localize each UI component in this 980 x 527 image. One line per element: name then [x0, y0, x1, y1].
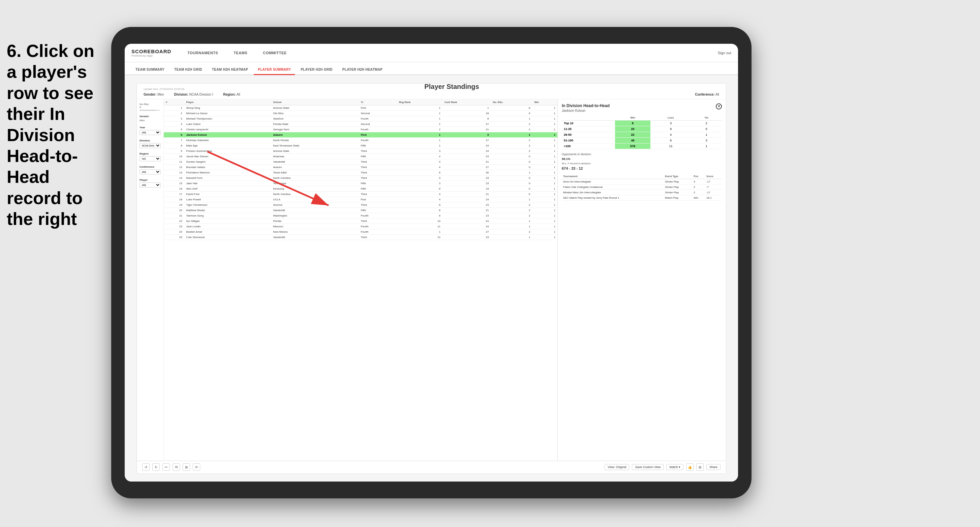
subnav-team-h2h-heatmap[interactable]: TEAM H2H HEATMAP	[208, 65, 252, 75]
table-row[interactable]: 5 Christo Lamprecht Georgia Tech Fourth …	[164, 127, 557, 132]
nav-committee[interactable]: COMMITTEE	[260, 49, 290, 56]
logo-sub: Powered by clippi	[131, 54, 171, 57]
col-win: Win	[532, 99, 557, 105]
table-row[interactable]: 3 Michael Thorbjornsen Stanford Fourth 1…	[164, 116, 557, 121]
h2h-row: 11-25 20 9 5	[562, 126, 722, 132]
table-row[interactable]: 17 David Ford North Carolina Third 4 21 …	[164, 191, 557, 197]
panel-body: No Rds. 6 Gender Men Y	[137, 99, 726, 461]
t-col-score: Score	[705, 174, 722, 179]
wlt-record: 674 - 33 - 12	[562, 166, 722, 170]
cut-btn[interactable]: ✂	[162, 464, 170, 471]
subnav-player-h2h-grid[interactable]: PLAYER H2H GRID	[297, 65, 337, 75]
division-filter: Division: NCAA Division I	[174, 93, 213, 96]
subnav-player-summary[interactable]: PLAYER SUMMARY	[254, 65, 295, 75]
region-select[interactable]: N/A	[140, 156, 161, 161]
gender-filter-group: Gender Men	[140, 115, 161, 122]
table-row[interactable]: 16 Alex Goff Kentucky Fifth 8 19 0 1	[164, 186, 557, 191]
col-rds: No. Rds.	[491, 99, 532, 105]
table-row[interactable]: 1 Wenyi Ding Arizona State First 1 1 8 1	[164, 105, 557, 110]
tournament-row: Mirabel Maui Jim Intercollegiate Stroke …	[562, 190, 722, 195]
player-select[interactable]: (All)	[140, 183, 161, 187]
col-yr: Yr	[359, 99, 397, 105]
region-label: Region	[140, 152, 161, 155]
col-rank: #	[164, 99, 185, 105]
subnav-team-h2h-grid[interactable]: TEAM H2H GRID	[170, 65, 206, 75]
logo-area: SCOREBOARD Powered by clippi	[131, 49, 171, 57]
table-row[interactable]: 14 Maxwell Ford North Carolina Third 3 2…	[164, 175, 557, 181]
t-col-tournament: Tournament	[562, 174, 663, 179]
table-row[interactable]: 10 Jacob Mac Diesen Arkansas Fifth 4 23 …	[164, 154, 557, 159]
undo-btn[interactable]: ↺	[142, 464, 150, 471]
copy-btn[interactable]: ⧉	[173, 464, 180, 471]
filter-row: Gender: Men Division: NCAA Division I Re…	[143, 90, 719, 97]
conference-filter-group: Conference (All)	[140, 165, 161, 175]
refresh-btn[interactable]: ⟳	[193, 464, 200, 471]
table-row[interactable]: 20 Matthew Riedel Vanderbilt Fifth 8 21 …	[164, 208, 557, 213]
h2h-title: In Division Head-to-Head	[562, 103, 609, 108]
table-row[interactable]: 9 Preston Summerhays Arizona State Third…	[164, 148, 557, 154]
instruction-text: 6. Click on a player's row to see their …	[0, 40, 108, 230]
save-custom-btn[interactable]: Save Custom View	[632, 464, 663, 470]
h2h-info: In Division Head-to-Head Jackson Koivun	[562, 103, 609, 113]
save-custom-label: Save Custom View	[635, 465, 660, 469]
paste-btn[interactable]: ⊞	[183, 464, 190, 471]
h2h-close-btn[interactable]: ✕	[716, 103, 722, 110]
rounds-display: No Rds. 6	[140, 103, 161, 111]
center-table: # Player School Yr Reg Rank Conf Rank No…	[164, 99, 557, 461]
gender-filter: Gender: Men	[143, 93, 164, 96]
table-row[interactable]: 2 Michael La Sasso Ole Miss Second 1 18 …	[164, 110, 557, 116]
division-filter-group: Division NCAA Division I	[140, 139, 161, 148]
wlt-label: W-L-T record in-division:	[562, 162, 722, 165]
tournament-row: SEC Match Play hosted by Jerry Pate Roun…	[562, 195, 722, 200]
table-row[interactable]: 6 Jackson Koivun Auburn First 1 9 1 1	[164, 132, 557, 137]
table-row[interactable]: 12 Brendan Valdes Auburn Third 4 27 0 1	[164, 164, 557, 170]
h2h-row: >100 578 11 1	[562, 143, 722, 149]
subnav-team-summary[interactable]: TEAM SUMMARY	[131, 65, 169, 75]
view-original-btn[interactable]: View: Original	[605, 464, 629, 470]
table-row[interactable]: 25 Cole Sherwood Vanderbilt Third 12 23 …	[164, 234, 557, 240]
table-row[interactable]: 11 Gordon Sargent Vanderbilt Third 4 21 …	[164, 159, 557, 164]
watch-label: Watch ▾	[669, 465, 680, 469]
year-filter-group: Year (All)	[140, 126, 161, 135]
table-row[interactable]: 23 Jack Lundin Missouri Fourth 11 24 1 1	[164, 224, 557, 229]
table-row[interactable]: 21 Taehoon Song Washington Fourth 6 23 2…	[164, 213, 557, 218]
table-row[interactable]: 8 Mats Ege East Tennessee State Fifth 1 …	[164, 143, 557, 148]
nav-tournaments[interactable]: TOURNAMENTS	[185, 49, 221, 56]
h2h-row: Top 10 8 3 2	[562, 120, 722, 126]
gender-label: Gender	[140, 115, 161, 118]
table-row[interactable]: 19 Tiger Christensen Arizona Third 8 23 …	[164, 202, 557, 208]
nav-teams[interactable]: TEAMS	[231, 49, 250, 56]
h2h-col-tie: Tie	[691, 115, 722, 121]
table-row[interactable]: 4 Luke Claton Florida State Second 1 27 …	[164, 121, 557, 127]
watch-btn[interactable]: Watch ▾	[666, 464, 683, 470]
tournament-row: Amer Ari Intercollegiate Stroke Play 4 -…	[562, 179, 722, 184]
h2h-col-loss: Loss	[651, 115, 691, 121]
table-row[interactable]: 7 Nicholas Gabrelick North Florida Fourt…	[164, 137, 557, 143]
division-select[interactable]: NCAA Division I	[140, 143, 161, 148]
gender-value: Men	[140, 119, 161, 122]
table-row[interactable]: 15 Jake Hall Tennessee Fifth 3 23 0 1	[164, 181, 557, 186]
sign-out-link[interactable]: Sign out	[718, 51, 731, 55]
subnav-player-h2h-heatmap[interactable]: PLAYER H2H HEATMAP	[338, 65, 387, 75]
table-row[interactable]: 24 Bastien Amat New Mexico Fourth 1 27 2…	[164, 229, 557, 234]
left-sidebar: No Rds. 6 Gender Men Y	[137, 99, 164, 461]
table-row[interactable]: 18 Luke Powell UCLA First 4 24 1 1	[164, 197, 557, 202]
bottom-toolbar: ↺ ↻ ✂ ⧉ ⊞ ⟳ View: Original Save Custom V…	[137, 461, 726, 473]
conference-select[interactable]: (All)	[140, 169, 161, 175]
thumbs-up-btn[interactable]: 👍	[686, 464, 694, 471]
redo-btn[interactable]: ↻	[152, 464, 160, 471]
table-row[interactable]: 13 Phichakon Maichon Texas A&M Third 6 3…	[164, 170, 557, 175]
table-row[interactable]: 22 Ian Gilligan Florida Third 10 24 1 1	[164, 218, 557, 224]
region-filter: Region: All	[223, 93, 240, 96]
opponents-section: Opponents in division: 98.1%	[562, 152, 722, 160]
col-school: School	[271, 99, 359, 105]
region-filter-group: Region N/A	[140, 152, 161, 161]
tablet-frame: SCOREBOARD Powered by clippi TOURNAMENTS…	[111, 27, 751, 498]
layout-btn[interactable]: ⊞	[696, 464, 704, 471]
h2h-row: 51-100 46 6 3	[562, 137, 722, 143]
logo-text: SCOREBOARD	[131, 49, 171, 54]
conference-filter: Conference: All	[695, 93, 719, 96]
player-filter-group: Player (All)	[140, 178, 161, 187]
year-select[interactable]: (All)	[140, 130, 161, 135]
share-btn[interactable]: Share	[706, 464, 721, 470]
